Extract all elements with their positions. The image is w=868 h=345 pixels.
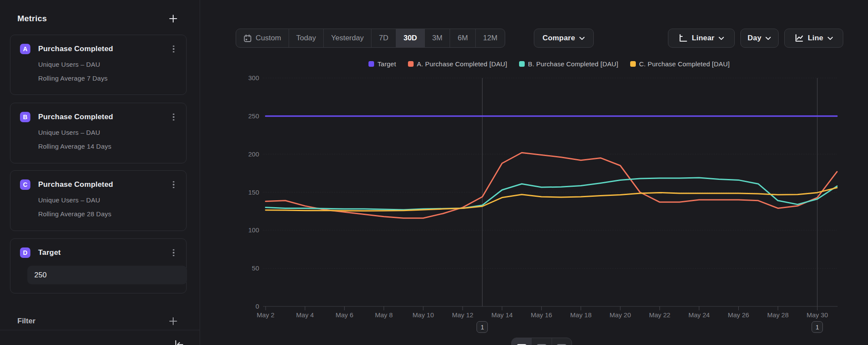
app-window: Metrics A Purchase Completed Unique User… <box>0 0 868 345</box>
annotation-badge[interactable]: 1 <box>477 321 488 333</box>
x-axis-label: May 22 <box>649 311 670 319</box>
x-axis-label: May 4 <box>296 311 314 319</box>
x-axis-label: May 24 <box>688 311 710 319</box>
line-chart: 050100150200250300May 2May 4May 6May 8Ma… <box>0 0 868 345</box>
y-axis-label: 150 <box>248 189 259 196</box>
x-axis-label: May 20 <box>610 311 631 319</box>
x-axis-label: May 28 <box>767 311 789 319</box>
view-toggle-chart[interactable] <box>512 338 531 345</box>
chart-series-c-line <box>266 188 837 211</box>
annotation-badge[interactable]: 1 <box>812 321 823 333</box>
y-axis-label: 100 <box>248 226 259 234</box>
x-axis-label: May 2 <box>257 311 275 319</box>
x-axis-label: May 6 <box>335 311 353 319</box>
y-axis-label: 250 <box>248 112 259 120</box>
x-axis-label: May 12 <box>452 311 473 319</box>
y-axis-label: 50 <box>252 264 259 272</box>
y-axis-label: 200 <box>248 150 259 158</box>
y-axis-label: 0 <box>256 303 259 310</box>
y-axis-label: 300 <box>248 74 259 81</box>
x-axis-label: May 30 <box>807 311 828 319</box>
view-toggle-table[interactable] <box>531 338 551 345</box>
x-axis-label: May 14 <box>491 311 513 319</box>
x-axis-label: May 16 <box>531 311 552 319</box>
x-axis-label: May 8 <box>375 311 393 319</box>
x-axis-label: May 26 <box>728 311 749 319</box>
x-axis-label: May 18 <box>570 311 592 319</box>
chart-series-a-line <box>266 153 837 218</box>
x-axis-label: May 10 <box>413 311 434 319</box>
chart-view-toggle <box>511 338 572 345</box>
view-toggle-details[interactable] <box>552 338 572 345</box>
